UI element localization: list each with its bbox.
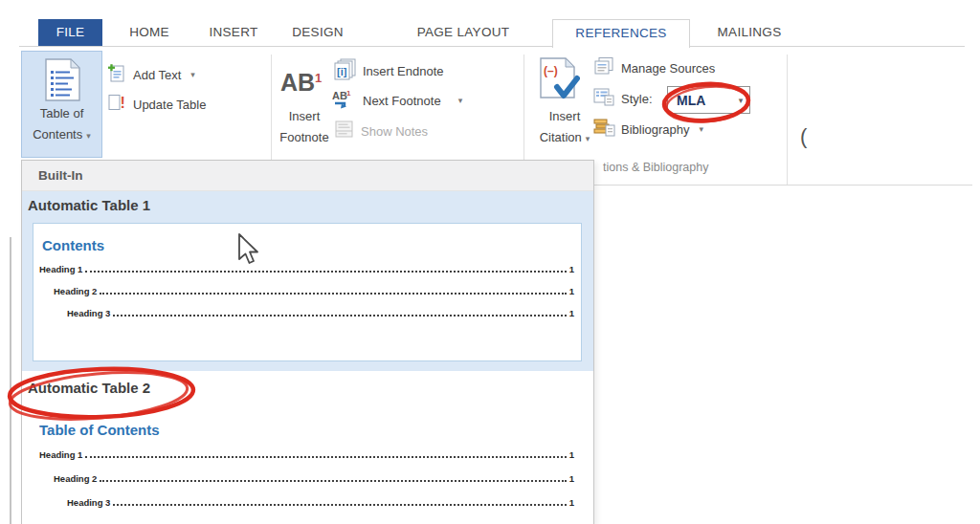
gallery-item-1-label: Automatic Table 1 [28, 197, 150, 213]
preview-2-title: Table of Contents [39, 422, 160, 438]
preview-1-title: Contents [42, 237, 104, 253]
tab-mailings[interactable]: MAILINGS [700, 19, 799, 46]
tab-insert[interactable]: INSERT [199, 19, 268, 46]
bibliography-caret-icon: ▾ [700, 124, 704, 134]
style-icon [593, 87, 615, 111]
insert-citation-caret-icon: ▾ [586, 134, 590, 143]
update-table-label: Update Table [133, 98, 206, 112]
show-notes-label: Show Notes [361, 124, 428, 139]
toc-entry: Heading 11 [39, 262, 574, 274]
add-text-button[interactable]: Add Text ▾ [107, 63, 195, 86]
manage-sources-label: Manage Sources [621, 61, 715, 76]
manage-sources-button[interactable]: Manage Sources [593, 56, 715, 79]
next-footnote-icon: AB 1 [331, 88, 357, 114]
style-row: Style: [593, 87, 653, 110]
svg-text:[i]: [i] [337, 66, 347, 77]
manage-sources-icon [593, 56, 615, 80]
table-of-contents-icon [45, 58, 80, 105]
tabbar-divider [19, 46, 552, 47]
style-combobox[interactable]: MLA ▾ [667, 86, 750, 114]
toc-entry: Heading 21 [54, 471, 574, 484]
svg-text:1: 1 [346, 89, 351, 98]
tab-page-layout[interactable]: PAGE LAYOUT [385, 19, 542, 46]
insert-citation-icon: (–) [538, 92, 580, 108]
bibliography-label: Bibliography [621, 122, 690, 137]
combobox-arrow-icon[interactable]: ▾ [732, 96, 749, 105]
tabbar-divider [688, 46, 965, 47]
insert-endnote-label: Insert Endnote [363, 64, 444, 78]
insert-endnote-icon: [i] [333, 58, 357, 84]
svg-text:!: ! [121, 95, 125, 111]
next-footnote-caret-icon: ▾ [458, 96, 463, 105]
document-page-edge [10, 237, 11, 524]
svg-text:AB: AB [332, 90, 347, 101]
add-text-label: Add Text [133, 68, 181, 82]
insert-footnote-button[interactable]: AB1 [280, 69, 322, 97]
gallery-item-automatic-table-2[interactable]: Automatic Table 2 [28, 380, 150, 396]
next-footnote-button[interactable]: AB 1 Next Footnote ▾ [331, 89, 462, 112]
insert-footnote-icon: AB [280, 69, 315, 96]
table-of-contents-button[interactable]: Table of Contents▾ [21, 51, 102, 158]
show-notes-icon [335, 120, 355, 142]
citations-group-label: tions & Bibliography [603, 161, 708, 174]
toc-button-label-line1: Table of [22, 106, 101, 120]
tab-home[interactable]: HOME [115, 19, 184, 46]
ribbon-bottom-edge [594, 185, 972, 186]
tab-design[interactable]: DESIGN [283, 19, 352, 46]
svg-text:(–): (–) [544, 64, 558, 77]
cropped-glyph: ( [800, 124, 807, 149]
tab-file[interactable]: FILE [38, 19, 102, 46]
footnote-superscript: 1 [315, 71, 322, 85]
tab-references[interactable]: REFERENCES [552, 19, 690, 48]
add-text-icon [107, 63, 127, 87]
toc-entry: Heading 31 [67, 495, 574, 508]
update-table-icon: ! [107, 93, 127, 117]
bibliography-button[interactable]: Bibliography ▾ [593, 118, 703, 141]
add-text-caret-icon: ▾ [190, 70, 195, 79]
word-window: FILE HOME INSERT DESIGN PAGE LAYOUT REFE… [0, 0, 980, 524]
toc-button-label-line2: Contents▾ [22, 127, 101, 142]
style-value: MLA [668, 93, 732, 108]
group-separator [787, 55, 788, 185]
insert-endnote-button[interactable]: [i] Insert Endnote [333, 59, 444, 82]
dropdown-caret-icon: ▾ [86, 131, 91, 141]
insert-citation-button[interactable]: (–) [538, 57, 580, 109]
toc-gallery-dropdown: Built-In Automatic Table 1 Contents Head… [21, 160, 594, 524]
toc-entry: Heading 11 [39, 448, 574, 460]
next-footnote-label: Next Footnote [363, 94, 441, 108]
toc-entry: Heading 31 [67, 306, 574, 318]
style-label: Style: [621, 92, 653, 106]
show-notes-button[interactable]: Show Notes [335, 120, 428, 142]
bibliography-icon [593, 118, 615, 142]
update-table-button[interactable]: ! Update Table [107, 93, 206, 116]
toc-entry: Heading 21 [54, 284, 574, 296]
gallery-section-header: Built-In [22, 161, 593, 191]
